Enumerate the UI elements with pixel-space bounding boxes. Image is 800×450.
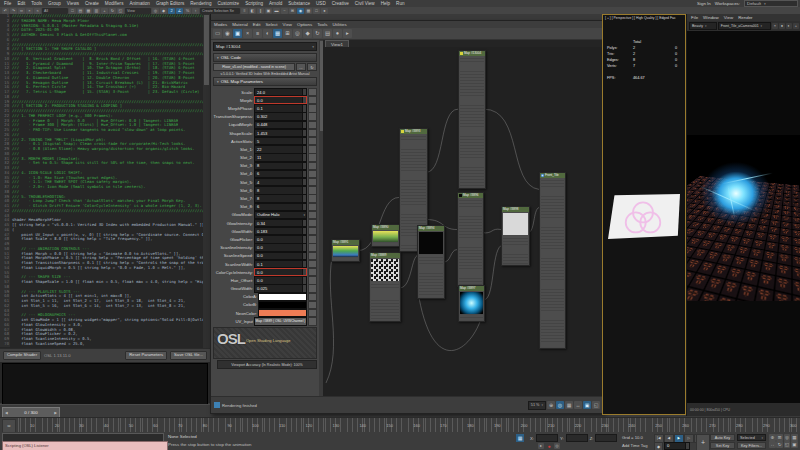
- nv-zoom-region-icon[interactable]: ▦: [565, 401, 573, 409]
- mini-curve-editor-button[interactable]: ≈: [2, 419, 16, 433]
- spinner-control[interactable]: [302, 244, 306, 250]
- expand-icon[interactable]: +: [793, 23, 799, 29]
- material-editor-icon[interactable]: ◉: [297, 8, 304, 14]
- snaps-toggle-icon[interactable]: 2: [168, 8, 175, 14]
- menu-item[interactable]: Modifiers: [105, 1, 124, 6]
- schematic-view-icon[interactable]: ⊞: [289, 8, 296, 14]
- assign-material-to-selection-icon[interactable]: ▣: [233, 29, 242, 38]
- selection-lock-icon[interactable]: ▦: [516, 434, 524, 442]
- param-value-field[interactable]: 22: [254, 145, 307, 153]
- menu-item[interactable]: Arnold: [269, 1, 282, 6]
- map-slot-button[interactable]: [308, 317, 317, 325]
- color-swatch[interactable]: [259, 302, 306, 308]
- map-slot-button[interactable]: [308, 162, 317, 170]
- menu-item[interactable]: Substance: [288, 1, 310, 6]
- open-osl-file-button[interactable]: ...: [296, 63, 306, 71]
- param-value-field[interactable]: 0.183: [254, 227, 307, 235]
- param-value-field[interactable]: 6: [254, 170, 307, 178]
- map-slot-button[interactable]: [308, 178, 317, 186]
- spinner-control[interactable]: [302, 236, 306, 242]
- spinner-control[interactable]: [302, 171, 306, 177]
- param-value-field[interactable]: 0.0: [254, 235, 307, 243]
- param-value-field[interactable]: 8: [254, 186, 307, 194]
- spinner-control[interactable]: [302, 89, 306, 95]
- spinner-control[interactable]: [302, 228, 306, 234]
- key-selection-dropdown[interactable]: Selected: [737, 434, 766, 441]
- param-value-field[interactable]: 0.0: [254, 252, 307, 260]
- nv-pan-to-selected-icon[interactable]: ◱: [592, 401, 600, 409]
- menu-item[interactable]: Animation: [129, 1, 149, 6]
- spinner-snap-icon[interactable]: ↕: [192, 8, 199, 14]
- slate-menu-item[interactable]: Select: [265, 22, 277, 27]
- auto-key-button[interactable]: Auto Key: [710, 434, 735, 441]
- map-slot-button[interactable]: [308, 252, 317, 260]
- spinner-control[interactable]: [302, 113, 306, 119]
- color-swatch[interactable]: [259, 294, 306, 300]
- render-menu-item[interactable]: File: [691, 15, 698, 20]
- ab-compare-icon[interactable]: ◐: [786, 23, 792, 29]
- map-slot-button[interactable]: [308, 219, 317, 227]
- material-node[interactable]: Front_Tile: [539, 172, 566, 349]
- map-slot-button[interactable]: [308, 243, 317, 251]
- slate-menu-item[interactable]: Edit: [253, 22, 261, 27]
- reload-osl-button[interactable]: ↻: [307, 63, 317, 71]
- spinner-control[interactable]: [302, 179, 306, 185]
- clear-aov-icon[interactable]: ×: [772, 23, 778, 29]
- param-value-field[interactable]: 6: [254, 203, 307, 211]
- percent-snap-icon[interactable]: %: [184, 8, 191, 14]
- spinner-control[interactable]: [302, 220, 306, 226]
- menu-item[interactable]: USD: [316, 1, 326, 6]
- update-preview-icon[interactable]: ↻: [313, 29, 322, 38]
- material-node[interactable]: Map #3889: [369, 252, 401, 322]
- scrollbar-thumb[interactable]: [204, 15, 209, 85]
- render-setup-icon[interactable]: ▦: [305, 8, 312, 14]
- move-children-icon[interactable]: ≡: [253, 29, 262, 38]
- render-map-icon[interactable]: ●: [333, 29, 342, 38]
- time-tag-icon[interactable]: ◎: [554, 443, 560, 449]
- menu-item[interactable]: Graph Editors: [156, 1, 184, 6]
- undo-icon[interactable]: ↶: [2, 8, 9, 14]
- map-navigator-dropdown[interactable]: Map #13004: [213, 42, 317, 51]
- material-node[interactable]: Map #3897: [458, 285, 485, 322]
- code-scrollbar[interactable]: [203, 14, 210, 348]
- spinner-control[interactable]: [302, 105, 306, 111]
- map-slot-button[interactable]: [308, 112, 317, 120]
- mirror-icon[interactable]: ◧: [249, 8, 256, 14]
- map-slot-button[interactable]: [308, 104, 317, 112]
- map-slot-button[interactable]: [308, 145, 317, 153]
- color-swatch[interactable]: [259, 310, 306, 316]
- menu-item[interactable]: Help: [381, 1, 390, 6]
- param-value-field[interactable]: 0.448: [254, 121, 307, 129]
- select-object-icon[interactable]: □: [69, 8, 76, 14]
- material-node[interactable]: Map #13004: [458, 50, 486, 189]
- nv-zoom-icon[interactable]: ⊕: [547, 401, 555, 409]
- zoom-all-icon[interactable]: ⊞: [776, 434, 783, 441]
- map-slot-button[interactable]: [308, 203, 317, 211]
- macro-progress-icon[interactable]: ▸: [538, 443, 544, 449]
- render-production-icon[interactable]: ●: [321, 8, 328, 14]
- hide-unused-nodeslots-icon[interactable]: ◐: [263, 29, 272, 38]
- aov-dropdown[interactable]: Beauty: [689, 22, 717, 30]
- select-and-move-icon[interactable]: +: [101, 8, 108, 14]
- set-keys-button[interactable]: +: [696, 434, 710, 450]
- material-id-channel-icon[interactable]: ▤: [323, 29, 332, 38]
- spinner-control[interactable]: [302, 269, 306, 275]
- map-slot-button[interactable]: [308, 96, 317, 104]
- zoom-region-icon[interactable]: ▦: [791, 434, 798, 441]
- window-crossing-icon[interactable]: ▥: [93, 8, 100, 14]
- param-value-field[interactable]: 1.453: [254, 129, 307, 137]
- set-key-button[interactable]: Set Key: [710, 442, 735, 449]
- maximize-viewport-toggle[interactable]: ▣: [791, 441, 798, 448]
- rectangular-selection-region-icon[interactable]: ▦: [85, 8, 92, 14]
- map-slot-button[interactable]: [308, 129, 317, 137]
- spinner-control[interactable]: [302, 253, 306, 259]
- map-slot-button[interactable]: [308, 88, 317, 96]
- spinner-control[interactable]: [302, 204, 306, 210]
- param-value-field[interactable]: 8: [254, 194, 307, 202]
- slate-menu-item[interactable]: Tools: [317, 22, 327, 27]
- show-preview-icon[interactable]: ◎: [293, 29, 302, 38]
- material-node[interactable]: Map #3898: [501, 206, 530, 266]
- menu-item[interactable]: File: [4, 1, 11, 6]
- nv-zoom-selected-icon[interactable]: ▣: [583, 401, 591, 409]
- param-value-field[interactable]: Map #3889 ( OSL: UVWChannel ): [254, 317, 307, 325]
